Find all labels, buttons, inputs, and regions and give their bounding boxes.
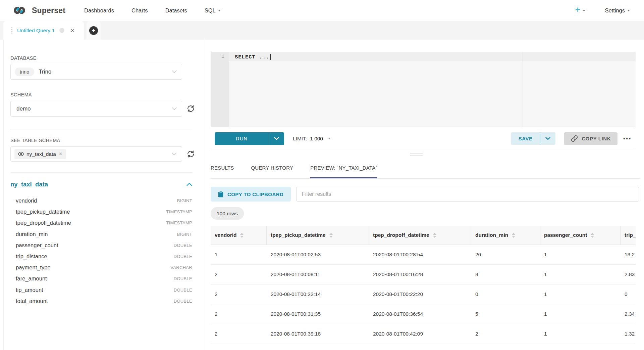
sort-icon[interactable] — [512, 233, 515, 238]
add-tab-button[interactable]: + — [89, 26, 98, 35]
table-cell: 1 — [540, 324, 621, 344]
divider — [10, 129, 192, 129]
limit-dropdown[interactable]: LIMIT: 1 000 — [293, 136, 331, 142]
refresh-schema-icon[interactable] — [186, 104, 195, 113]
schema-column-row[interactable]: fare_amountDOUBLE — [16, 273, 192, 284]
table-header-cell[interactable]: trip_distance — [621, 226, 636, 245]
query-tab-active[interactable]: Untitled Query 1 ✕ — [3, 21, 84, 40]
sql-editor[interactable]: 1 SELECT ... — [211, 52, 636, 127]
table-cell: 2 — [211, 324, 267, 344]
more-options-button[interactable]: ••• — [623, 136, 632, 141]
chevron-down-icon — [172, 70, 177, 73]
settings-label: Settings — [605, 7, 625, 14]
table-cell: 2 — [211, 265, 267, 284]
refresh-table-icon[interactable] — [186, 149, 195, 159]
caret-down-icon — [218, 10, 221, 11]
sort-icon[interactable] — [591, 233, 594, 238]
copy-to-clipboard-label: COPY TO CLIPBOARD — [227, 191, 283, 197]
schema-column-row[interactable]: vendoridBIGINT — [16, 195, 192, 206]
schema-select[interactable]: demo — [10, 101, 182, 117]
results-grid-body: 12020-08-01T00:02:532020-08-01T00:28:542… — [211, 245, 636, 344]
infinity-logo-icon — [10, 5, 29, 15]
table-header-cell[interactable]: tpep_pickup_datetime — [267, 226, 369, 245]
column-name: trip_distance — [16, 253, 47, 260]
remove-table-icon[interactable]: ✕ — [59, 151, 62, 157]
save-options-button[interactable] — [540, 132, 555, 145]
divider — [10, 172, 192, 173]
schema-label: SCHEMA — [10, 92, 32, 97]
copy-link-button[interactable]: COPY LINK — [564, 132, 618, 145]
table-row[interactable]: 22020-08-01T00:39:182020-08-01T00:42:092… — [211, 324, 636, 344]
database-select[interactable]: trino Trino — [10, 64, 182, 80]
column-name: tpep_pickup_datetime — [16, 209, 70, 215]
new-item-menu[interactable]: + — [575, 6, 586, 14]
nav-charts[interactable]: Charts — [131, 7, 148, 14]
nav-datasets[interactable]: Datasets — [165, 7, 187, 14]
settings-menu[interactable]: Settings — [605, 7, 630, 14]
schema-column-row[interactable]: trip_distanceDOUBLE — [16, 251, 192, 262]
schema-column-row[interactable]: tpep_dropoff_datetimeTIMESTAMP — [16, 217, 192, 228]
schema-column-row[interactable]: duration_minBIGINT — [16, 229, 192, 240]
close-tab-icon[interactable]: ✕ — [70, 28, 74, 33]
line-number: 1 — [211, 52, 229, 59]
sort-icon[interactable] — [433, 233, 436, 238]
schema-column-row[interactable]: tip_amountDOUBLE — [16, 285, 192, 296]
tab-preview-ny-taxi-data[interactable]: PREVIEW: `NY_TAXI_DATA` — [310, 165, 377, 178]
table-header-cell[interactable]: vendorid — [211, 226, 267, 245]
table-header-cell[interactable]: passenger_count — [540, 226, 621, 245]
table-cell: 2020-08-01T00:31:35 — [267, 304, 369, 324]
add-tab-area: + — [87, 21, 101, 40]
tab-results[interactable]: RESULTS — [211, 165, 234, 178]
column-type: BIGINT — [177, 198, 192, 203]
sort-icon[interactable] — [329, 233, 333, 238]
sort-icon[interactable] — [240, 233, 244, 238]
table-cell: 2020-08-01T00:36:54 — [369, 304, 471, 324]
column-name: vendorid — [16, 198, 37, 204]
results-grid-header: vendoridtpep_pickup_datetimetpep_dropoff… — [211, 226, 636, 245]
copy-to-clipboard-button[interactable]: COPY TO CLIPBOARD — [211, 187, 291, 202]
save-button[interactable]: SAVE — [511, 132, 541, 145]
nav-sql-menu[interactable]: SQL — [205, 7, 221, 14]
caret-down-icon — [328, 138, 331, 139]
run-options-button[interactable] — [269, 132, 284, 145]
superset-logo[interactable]: Superset — [10, 5, 65, 15]
column-type: DOUBLE — [174, 243, 192, 248]
clipboard-icon — [218, 191, 223, 198]
nav-dashboards[interactable]: Dashboards — [84, 7, 114, 14]
drag-handle-icon[interactable] — [11, 27, 12, 34]
eye-icon[interactable] — [18, 152, 24, 156]
tab-query-history[interactable]: QUERY HISTORY — [251, 165, 293, 178]
table-header-cell[interactable]: tpep_dropoff_datetime — [369, 226, 471, 245]
limit-label: LIMIT: — [293, 136, 307, 142]
database-label: DATABASE — [10, 55, 37, 61]
schema-column-row[interactable]: passenger_countDOUBLE — [16, 240, 192, 251]
table-cell: 2020-08-01T00:28:54 — [369, 245, 471, 264]
column-header-label: trip_distance — [625, 232, 636, 238]
schema-column-row[interactable]: total_amountDOUBLE — [16, 296, 192, 307]
table-panel-header: ny_taxi_data — [10, 181, 192, 188]
table-row[interactable]: 12020-08-01T00:02:532020-08-01T00:28:542… — [211, 245, 636, 265]
navbar-right: + Settings — [575, 6, 630, 14]
collapse-chevron-up-icon[interactable] — [186, 183, 192, 186]
column-header-label: duration_min — [475, 232, 508, 238]
schema-column-row[interactable]: tpep_pickup_datetimeTIMESTAMP — [16, 206, 192, 217]
table-cell: 1 — [540, 304, 621, 324]
filter-results-input[interactable] — [296, 187, 639, 202]
table-row[interactable]: 22020-08-01T00:08:112020-08-01T00:16:288… — [211, 265, 636, 285]
column-type: TIMESTAMP — [166, 220, 192, 225]
table-row[interactable]: 22020-08-01T00:22:142020-08-01T00:22:200… — [211, 285, 636, 304]
table-header-cell[interactable]: duration_min — [471, 226, 540, 245]
query-tab-label[interactable]: Untitled Query 1 — [17, 28, 55, 34]
pane-resize-handle[interactable] — [410, 153, 423, 156]
editor-code-line[interactable]: SELECT ... — [235, 54, 271, 60]
schema-column-row[interactable]: payment_typeVARCHAR — [16, 262, 192, 273]
table-cell: 26 — [471, 245, 540, 264]
results-controls: COPY TO CLIPBOARD — [211, 187, 639, 202]
table-select[interactable]: ny_taxi_data ✕ — [10, 146, 182, 162]
table-schema-label: SEE TABLE SCHEMA — [10, 138, 60, 143]
table-name-heading[interactable]: ny_taxi_data — [10, 181, 48, 188]
run-button[interactable]: RUN — [215, 132, 269, 145]
column-name: duration_min — [16, 231, 48, 237]
table-row[interactable]: 22020-08-01T00:31:352020-08-01T00:36:545… — [211, 304, 636, 324]
editor-active-line — [229, 52, 636, 61]
